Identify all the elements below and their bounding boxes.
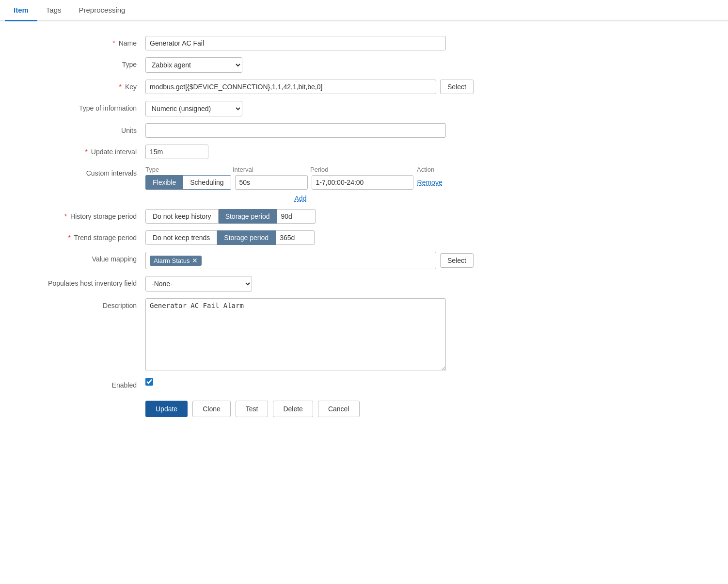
ci-period-input[interactable] bbox=[312, 175, 413, 190]
trend-control: Do not keep trends Storage period bbox=[145, 230, 572, 245]
enabled-label: Enabled bbox=[10, 378, 145, 389]
units-input[interactable] bbox=[145, 123, 446, 138]
update-interval-row: * Update interval bbox=[10, 145, 572, 159]
ci-header-period: Period bbox=[310, 166, 417, 173]
cancel-button[interactable]: Cancel bbox=[318, 401, 360, 417]
ci-interval-input[interactable] bbox=[235, 175, 308, 190]
trend-storageperiod-button[interactable]: Storage period bbox=[217, 230, 276, 245]
type-of-info-control: Numeric (unsigned) bbox=[145, 101, 572, 116]
value-mapping-remove-icon[interactable]: ✕ bbox=[192, 257, 198, 264]
history-storage-row: Do not keep history Storage period bbox=[145, 209, 316, 224]
tabs-bar: Item Tags Preprocessing bbox=[0, 0, 728, 21]
trend-label: * Trend storage period bbox=[10, 230, 145, 242]
type-of-info-row: Type of information Numeric (unsigned) bbox=[10, 101, 572, 116]
name-control bbox=[145, 36, 572, 50]
tab-tags[interactable]: Tags bbox=[37, 0, 70, 21]
history-donotkeep-button[interactable]: Do not keep history bbox=[145, 209, 219, 224]
value-mapping-label: Value mapping bbox=[10, 252, 145, 263]
test-button[interactable]: Test bbox=[236, 401, 269, 417]
update-interval-required-star: * bbox=[85, 148, 87, 156]
form-actions: Update Clone Test Delete Cancel bbox=[145, 401, 572, 432]
type-row: Type Zabbix agent bbox=[10, 57, 572, 73]
delete-button[interactable]: Delete bbox=[273, 401, 313, 417]
update-interval-label: * Update interval bbox=[10, 145, 145, 156]
name-label: * Name bbox=[10, 36, 145, 47]
history-value-input[interactable] bbox=[277, 209, 316, 224]
name-input[interactable] bbox=[145, 36, 446, 50]
value-mapping-select-button[interactable]: Select bbox=[440, 253, 474, 268]
key-row: * Key Select bbox=[10, 80, 572, 94]
value-mapping-control: Alarm Status ✕ Select bbox=[145, 252, 572, 269]
ci-header-type: Type bbox=[145, 166, 233, 173]
value-mapping-tag-label: Alarm Status bbox=[154, 257, 190, 264]
value-mapping-field[interactable]: Alarm Status ✕ bbox=[145, 252, 436, 269]
units-row: Units bbox=[10, 123, 572, 138]
populates-select[interactable]: -None- bbox=[145, 276, 252, 292]
history-row: * History storage period Do not keep his… bbox=[10, 209, 572, 224]
history-storageperiod-button[interactable]: Storage period bbox=[219, 209, 277, 224]
description-row: Description Generator AC Fail Alarm bbox=[10, 298, 572, 371]
value-mapping-row: Value mapping Alarm Status ✕ Select bbox=[10, 252, 572, 269]
clone-button[interactable]: Clone bbox=[192, 401, 231, 417]
tab-item[interactable]: Item bbox=[5, 0, 37, 21]
populates-label: Populates host inventory field bbox=[10, 276, 145, 287]
name-required-star: * bbox=[112, 39, 115, 47]
update-interval-input[interactable] bbox=[145, 145, 208, 159]
ci-header: Type Interval Period Action bbox=[145, 166, 456, 173]
update-interval-control bbox=[145, 145, 572, 159]
ci-type-toggle: Flexible Scheduling bbox=[145, 175, 231, 190]
type-of-info-label: Type of information bbox=[10, 101, 145, 112]
description-textarea[interactable]: Generator AC Fail Alarm bbox=[145, 298, 446, 371]
custom-intervals-row: Custom intervals Type Interval Period Ac… bbox=[10, 166, 572, 202]
value-mapping-tag: Alarm Status ✕ bbox=[150, 256, 202, 266]
description-label: Description bbox=[10, 298, 145, 309]
tab-preprocessing[interactable]: Preprocessing bbox=[70, 0, 134, 21]
trend-row: * Trend storage period Do not keep trend… bbox=[10, 230, 572, 245]
history-required-star: * bbox=[64, 212, 67, 220]
populates-row: Populates host inventory field -None- bbox=[10, 276, 572, 292]
name-row: * Name bbox=[10, 36, 572, 50]
key-control: Select bbox=[145, 80, 572, 94]
key-label: * Key bbox=[10, 80, 145, 91]
ci-flexible-button[interactable]: Flexible bbox=[145, 175, 183, 190]
key-select-button[interactable]: Select bbox=[440, 80, 474, 94]
units-label: Units bbox=[10, 123, 145, 134]
units-control bbox=[145, 123, 572, 138]
history-label: * History storage period bbox=[10, 209, 145, 220]
ci-row-1: Flexible Scheduling Remove bbox=[145, 175, 456, 190]
trend-required-star: * bbox=[68, 234, 70, 242]
ci-header-interval: Interval bbox=[233, 166, 310, 173]
enabled-checkbox-label bbox=[145, 378, 153, 386]
update-button[interactable]: Update bbox=[145, 401, 188, 417]
ci-remove-button[interactable]: Remove bbox=[417, 178, 443, 186]
ci-scheduling-button[interactable]: Scheduling bbox=[183, 175, 231, 190]
enabled-control bbox=[145, 378, 572, 386]
enabled-row: Enabled bbox=[10, 378, 572, 389]
description-control: Generator AC Fail Alarm bbox=[145, 298, 572, 371]
ci-add-button[interactable]: Add bbox=[145, 195, 456, 202]
key-required-star: * bbox=[119, 83, 122, 91]
ci-header-action: Action bbox=[417, 166, 456, 173]
type-label: Type bbox=[10, 57, 145, 68]
type-of-info-select[interactable]: Numeric (unsigned) bbox=[145, 101, 242, 116]
type-control: Zabbix agent bbox=[145, 57, 572, 73]
enabled-checkbox[interactable] bbox=[145, 378, 153, 386]
custom-intervals-block: Type Interval Period Action Flexible Sch… bbox=[145, 166, 456, 202]
custom-intervals-control: Type Interval Period Action Flexible Sch… bbox=[145, 166, 572, 202]
custom-intervals-label: Custom intervals bbox=[10, 166, 145, 177]
trend-value-input[interactable] bbox=[276, 230, 315, 245]
key-input[interactable] bbox=[145, 80, 436, 94]
history-control: Do not keep history Storage period bbox=[145, 209, 572, 224]
trend-donotkeep-button[interactable]: Do not keep trends bbox=[145, 230, 217, 245]
item-form: * Name Type Zabbix agent * Key Select bbox=[0, 31, 582, 437]
type-select[interactable]: Zabbix agent bbox=[145, 57, 242, 73]
populates-control: -None- bbox=[145, 276, 572, 292]
trend-storage-row: Do not keep trends Storage period bbox=[145, 230, 315, 245]
